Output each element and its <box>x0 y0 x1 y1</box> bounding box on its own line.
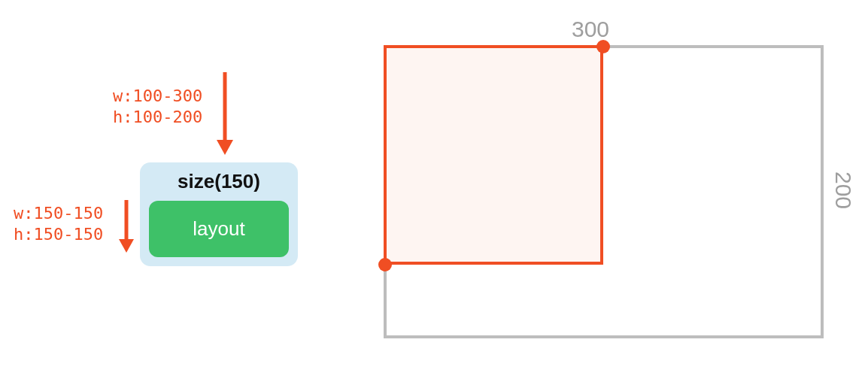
layout-child-chip: layout <box>149 201 289 257</box>
result-size-box <box>384 45 603 265</box>
diagram-canvas: w:100-300 h:100-200 w:150-150 h:150-150 … <box>0 0 868 388</box>
size-modifier-node: size(150) layout <box>140 162 298 266</box>
width-dimension-label: 300 <box>572 17 609 42</box>
svg-marker-1 <box>217 140 233 155</box>
svg-marker-3 <box>119 239 134 253</box>
arrow-down-icon <box>215 72 235 155</box>
handle-dot-icon <box>378 258 392 271</box>
passed-constraints-label: w:150-150 h:150-150 <box>14 203 103 244</box>
size-node-title: size(150) <box>178 170 260 193</box>
arrow-down-icon <box>117 200 135 253</box>
incoming-constraints-label: w:100-300 h:100-200 <box>113 86 202 127</box>
height-dimension-label: 200 <box>830 171 856 209</box>
